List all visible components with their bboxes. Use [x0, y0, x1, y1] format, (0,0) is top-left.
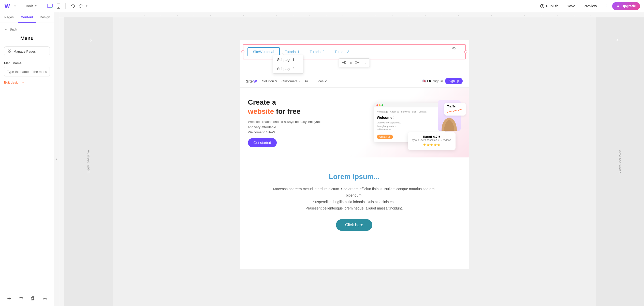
publish-label: Publish — [546, 4, 558, 8]
svg-rect-6 — [8, 50, 9, 51]
delete-element-button[interactable] — [17, 295, 25, 303]
edit-design-button[interactable]: Edit design → — [4, 80, 50, 84]
sign-in-link[interactable]: Sign in — [433, 79, 443, 83]
click-here-button[interactable]: Click here — [336, 219, 372, 231]
submenu-item-0[interactable]: Subpage 1 — [273, 55, 303, 64]
mock-contact-button[interactable]: Contact us — [377, 135, 393, 139]
mock-nav-about: About us — [390, 110, 399, 113]
tab-pages[interactable]: Pages — [0, 12, 18, 23]
resize-handle-left[interactable] — [241, 50, 244, 53]
logo[interactable]: W — [4, 3, 11, 10]
divider-2 — [42, 3, 42, 9]
rating-score: Rated 4.7/5 — [412, 135, 451, 139]
svg-rect-11 — [32, 297, 34, 299]
save-button[interactable]: Save — [564, 2, 578, 10]
lorem-title: Lorem ipsum... — [248, 173, 461, 181]
mock-browser-bar — [374, 103, 445, 107]
device-toggle — [46, 3, 61, 10]
back-button[interactable]: ← Back — [4, 27, 50, 31]
nav-link-pr[interactable]: Pr... — [305, 79, 311, 83]
svg-rect-7 — [10, 50, 11, 51]
submenu-item-1[interactable]: Subpage 2 — [273, 64, 303, 73]
edit-design-label: Edit design → — [4, 80, 25, 84]
mock-nav-services: Services — [401, 110, 410, 113]
back-arrow-icon: ← — [4, 27, 8, 31]
redo-dropdown[interactable]: ▾ — [85, 3, 89, 9]
lang-selector[interactable]: 🇬🇧 En — [422, 79, 431, 83]
left-gutter: → Advised width — [64, 17, 113, 306]
undo-button[interactable] — [70, 3, 76, 9]
manage-pages-button[interactable]: Manage Pages — [4, 46, 50, 56]
main-layout: Pages Content Design ← Back Menu Manage … — [0, 12, 644, 306]
desktop-icon[interactable] — [46, 3, 54, 9]
divider-1 — [20, 3, 20, 9]
nav-link-customers[interactable]: Customers ∨ — [282, 79, 301, 83]
advised-width-right: Advised width — [618, 150, 622, 173]
lorem-text: Macenas pharetra metud interdum dictum. … — [265, 186, 443, 212]
hero-text: Create a website for free Website creati… — [248, 98, 350, 147]
rating-stars: ★★★★★ — [412, 142, 451, 147]
preview-button[interactable]: Preview — [580, 2, 600, 10]
site-nav-links: Solution ∨ Customers ∨ Pr... ...ices ∨ — [262, 79, 327, 83]
submenu-dropdown: Subpage 1 Subpage 2 — [273, 55, 303, 74]
mobile-icon[interactable] — [56, 3, 61, 10]
nav-link-ices[interactable]: ...ices ∨ — [315, 79, 327, 83]
duplicate-element-button[interactable] — [29, 295, 37, 303]
canvas-wrapper: → Advised width ≡ ↔ — [59, 17, 644, 306]
back-label: Back — [10, 27, 17, 31]
dot-green — [382, 104, 383, 106]
menu-tab-3[interactable]: Tutorial 3 — [329, 48, 354, 56]
pages-icon — [7, 49, 11, 53]
get-started-button[interactable]: Get started — [248, 138, 277, 147]
resize-handle-right[interactable] — [464, 50, 467, 53]
svg-rect-9 — [10, 52, 11, 53]
menu-more-options[interactable]: ··· — [460, 46, 463, 50]
add-element-button[interactable] — [5, 295, 13, 303]
manage-pages-label: Manage Pages — [13, 50, 36, 53]
site-navbar: SiteW Solution ∨ Customers ∨ Pr... ...ic… — [240, 75, 469, 88]
upgrade-button[interactable]: Upgrade — [612, 2, 640, 10]
tools-menu[interactable]: Tools ▾ — [24, 3, 38, 9]
align-right-button[interactable] — [354, 60, 361, 66]
hero-image-area: Homepage About us Services Blog Contact … — [358, 103, 461, 142]
preview-label: Preview — [583, 4, 597, 8]
dot-yellow — [379, 104, 380, 106]
settings-element-button[interactable] — [41, 295, 49, 303]
svg-text:W: W — [5, 3, 10, 9]
stretch-button[interactable]: ↔ — [361, 60, 368, 66]
menu-name-label: Menu name — [4, 61, 50, 65]
vertical-ruler — [59, 17, 64, 306]
more-options-button[interactable]: ⋮ — [602, 2, 610, 11]
menu-name-input[interactable] — [4, 67, 50, 76]
tools-label: Tools — [25, 4, 34, 8]
hero-subtitle: Website creation should always be easy, … — [248, 119, 350, 135]
mock-nav-contact: Contact — [419, 110, 427, 113]
menu-reset-button[interactable] — [452, 47, 456, 52]
nav-link-solution[interactable]: Solution ∨ — [262, 79, 277, 83]
traffic-label: Traffic — [447, 105, 463, 108]
topbar: W ▾ Tools ▾ ▾ Publish Save Pre — [0, 0, 644, 12]
align-left-button[interactable] — [340, 60, 347, 66]
align-center-button[interactable]: ≡ — [348, 60, 353, 66]
tab-design[interactable]: Design — [36, 12, 54, 23]
canvas-main: ≡ ↔ ··· — [113, 17, 596, 306]
tab-content[interactable]: Content — [18, 12, 36, 23]
menu-tab-2[interactable]: Tutorial 2 — [305, 48, 330, 56]
sidebar-collapse-handle[interactable] — [54, 12, 59, 306]
svg-rect-8 — [8, 52, 9, 53]
right-arrow-icon: ← — [614, 33, 626, 46]
hero-title-highlight: website — [248, 107, 274, 115]
rating-subtitle: by our users based on 715 reviews — [412, 139, 451, 141]
chevron-left-icon — [56, 156, 57, 162]
publish-button[interactable]: Publish — [537, 2, 561, 10]
dot-red — [376, 104, 378, 106]
mock-nav-blog: Blog — [412, 110, 417, 113]
redo-button[interactable] — [77, 3, 84, 9]
nav-toolbar: ≡ ↔ — [339, 58, 370, 67]
upgrade-label: Upgrade — [621, 4, 636, 8]
logo-dropdown-arrow[interactable]: ▾ — [14, 4, 16, 8]
lorem-section: Lorem ipsum... Macenas pharetra metud in… — [240, 157, 469, 246]
sidebar-title: Menu — [4, 36, 50, 41]
menu-component-container: ··· SiteW tutorial Tutorial 1 Tutorial 2… — [240, 40, 469, 59]
sign-up-button[interactable]: Sign up — [445, 78, 463, 84]
